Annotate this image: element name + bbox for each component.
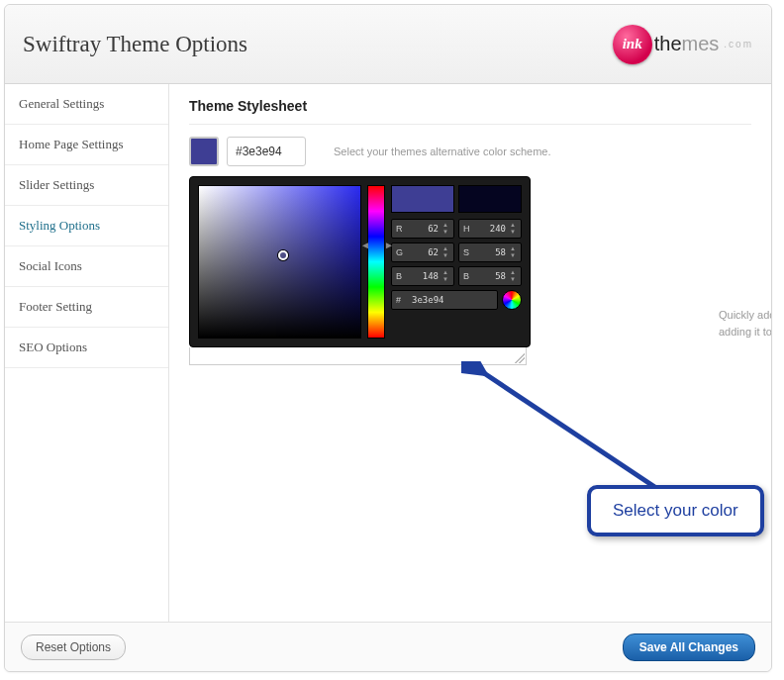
hue-slider-handle-icon[interactable]: ◄► xyxy=(360,240,394,250)
callout-text: Select your color xyxy=(613,501,738,520)
color-swatch[interactable] xyxy=(189,137,219,166)
saturation-value-area[interactable] xyxy=(198,185,361,339)
sidebar-item-homepage[interactable]: Home Page Settings xyxy=(5,125,168,165)
field-r[interactable]: R62▲▼ xyxy=(391,219,454,239)
logo-mark-icon: ink xyxy=(613,25,652,64)
preview-old xyxy=(458,185,522,213)
spin-down-icon[interactable]: ▼ xyxy=(441,229,449,236)
section-title: Theme Stylesheet xyxy=(189,98,751,125)
css-hint: Quickly add some CSS to your theme by ad… xyxy=(719,307,771,340)
spin-up-icon[interactable]: ▲ xyxy=(509,269,517,276)
spin-down-icon[interactable]: ▼ xyxy=(509,276,517,283)
custom-css-textarea[interactable] xyxy=(189,347,527,365)
spin-up-icon[interactable]: ▲ xyxy=(509,245,517,252)
svg-line-0 xyxy=(481,371,659,490)
options-panel: Swiftray Theme Options ink themes .com G… xyxy=(4,4,772,672)
panel-body: General Settings Home Page Settings Slid… xyxy=(5,84,771,622)
field-hex[interactable]: #3e3e94 xyxy=(391,290,498,310)
reset-button[interactable]: Reset Options xyxy=(21,634,126,660)
spin-down-icon[interactable]: ▼ xyxy=(509,252,517,259)
save-button[interactable]: Save All Changes xyxy=(623,633,755,661)
sidebar-item-seo[interactable]: SEO Options xyxy=(5,328,168,368)
field-h[interactable]: H240▲▼ xyxy=(458,219,522,239)
sidebar-item-footer[interactable]: Footer Setting xyxy=(5,287,168,328)
spin-up-icon[interactable]: ▲ xyxy=(509,222,517,229)
brand-logo: ink themes .com xyxy=(613,25,753,64)
color-input-row: Select your themes alternative color sch… xyxy=(189,137,751,166)
field-b[interactable]: B148▲▼ xyxy=(391,266,454,286)
sidebar: General Settings Home Page Settings Slid… xyxy=(5,84,169,622)
hue-slider[interactable]: ◄► xyxy=(367,185,385,339)
logo-text: themes xyxy=(654,33,720,55)
preview-new xyxy=(391,185,454,213)
sidebar-item-general[interactable]: General Settings xyxy=(5,84,168,125)
spin-down-icon[interactable]: ▼ xyxy=(509,229,517,236)
spin-down-icon[interactable]: ▼ xyxy=(441,252,449,259)
panel-footer: Reset Options Save All Changes xyxy=(5,622,771,671)
panel-header: Swiftray Theme Options ink themes .com xyxy=(5,5,771,84)
page-title: Swiftray Theme Options xyxy=(23,32,247,57)
picker-fields: R62▲▼ H240▲▼ G62▲▼ S58▲▼ B148▲▼ B58▲▼ #3… xyxy=(391,185,522,339)
field-g[interactable]: G62▲▼ xyxy=(391,243,454,262)
sidebar-item-social[interactable]: Social Icons xyxy=(5,246,168,287)
hex-input[interactable] xyxy=(227,137,306,166)
annotation-callout: Select your color xyxy=(587,485,764,536)
scheme-hint: Select your themes alternative color sch… xyxy=(334,146,551,157)
logo-suffix: .com xyxy=(724,39,753,49)
sidebar-item-styling[interactable]: Styling Options xyxy=(5,206,168,246)
sv-cursor-icon[interactable] xyxy=(278,250,288,260)
main-content: Theme Stylesheet Select your themes alte… xyxy=(169,84,771,622)
color-wheel-icon[interactable] xyxy=(502,290,522,310)
spin-up-icon[interactable]: ▲ xyxy=(441,269,449,276)
spin-down-icon[interactable]: ▼ xyxy=(441,276,449,283)
sidebar-item-slider[interactable]: Slider Settings xyxy=(5,165,168,206)
field-brightness[interactable]: B58▲▼ xyxy=(458,266,522,286)
field-s[interactable]: S58▲▼ xyxy=(458,243,522,262)
spin-up-icon[interactable]: ▲ xyxy=(441,222,449,229)
color-picker: ◄► R62▲▼ H240▲▼ G62▲▼ S58▲▼ xyxy=(189,176,531,347)
spin-up-icon[interactable]: ▲ xyxy=(441,245,449,252)
